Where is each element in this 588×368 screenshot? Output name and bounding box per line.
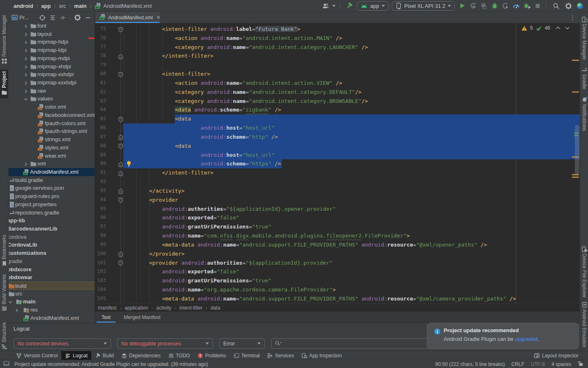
upgrade-link[interactable]: upgraded	[515, 336, 537, 342]
line-number[interactable]: 92	[95, 177, 106, 186]
encoding-widget[interactable]: UTF-8	[531, 361, 545, 367]
logcat-device-filter[interactable]: No connected devices	[14, 338, 111, 349]
line-number[interactable]: 95	[95, 205, 106, 214]
stripe-item-resource-manager[interactable]: Resource Manager	[0, 13, 8, 67]
tool-window-button-services[interactable]: Services	[264, 351, 298, 360]
inspections-widget[interactable]: 546	[521, 25, 570, 31]
xml-breadcrumb-data[interactable]: data	[211, 305, 220, 311]
fold-end-icon[interactable]	[118, 134, 123, 142]
profiler-button[interactable]	[511, 1, 521, 11]
stripe-item-notifications[interactable]: Notifications	[580, 94, 588, 133]
tree-item-customizations[interactable]: customizations	[9, 249, 95, 257]
line-number[interactable]: 76	[95, 34, 106, 43]
breadcrumb-item[interactable]: src	[59, 3, 66, 9]
line-number[interactable]: 94	[95, 196, 106, 205]
stripe-item-device-file-explorer[interactable]: Device File Explorer	[580, 243, 588, 299]
tree-item-fpauth-colors-xml[interactable]: <>fpauth-colors.xml	[9, 119, 95, 128]
tool-window-button-dependencies[interactable]: Dependencies	[118, 351, 164, 360]
tree-item-values[interactable]: values	[9, 95, 95, 103]
fold-start-icon[interactable]	[118, 143, 123, 151]
line-number[interactable]: 103	[95, 276, 106, 285]
tab-close-icon[interactable]: ✕	[156, 15, 161, 20]
breadcrumb-item[interactable]: app	[41, 3, 51, 9]
tab-androidmanifest[interactable]: MF AndroidManifest.xml ✕	[95, 12, 160, 23]
stripe-item-android-emulator[interactable]: Android Emulator	[580, 299, 588, 349]
tree-item-color-xml[interactable]: <>color.xml	[9, 103, 95, 111]
xml-breadcrumb-intent-filter[interactable]: intent-filter	[179, 305, 202, 311]
caret-position-widget[interactable]: 90:50 (222 chars, 5 line breaks)	[435, 361, 505, 367]
tree-item-obdxcore[interactable]: obdxcore	[9, 266, 95, 274]
notification-balloon[interactable]: Project update recommended Android Gradl…	[427, 323, 579, 349]
breadcrumb-item[interactable]: android	[14, 3, 33, 9]
tree-item-wear-xml[interactable]: <>wear.xml	[9, 152, 95, 160]
line-number[interactable]: 90	[95, 159, 106, 168]
tree-item-build-gradle[interactable]: build.gradle	[9, 176, 95, 184]
tree-item-obdxwear[interactable]: obdxwear	[9, 273, 95, 282]
error-stripe-warning-mark[interactable]	[572, 91, 579, 93]
line-number[interactable]: 102	[95, 267, 106, 276]
apply-code-changes-button[interactable]	[479, 1, 489, 11]
line-number[interactable]: 104	[95, 285, 106, 294]
breadcrumb-item[interactable]: AndroidManifest.xml	[103, 3, 152, 9]
stripe-item-project[interactable]: Project	[0, 70, 8, 98]
fold-start-icon[interactable]	[118, 116, 123, 124]
tree-item-layout[interactable]: layout	[9, 30, 95, 38]
debug-button[interactable]	[489, 1, 500, 11]
expand-all-button[interactable]	[49, 14, 56, 21]
tool-window-button-todo[interactable]: TODO	[164, 351, 194, 360]
chevron-right-icon[interactable]	[23, 88, 29, 93]
tree-item-font[interactable]: font	[9, 23, 95, 30]
stripe-item-device-manager[interactable]: Device Manager	[580, 14, 588, 61]
fold-end-icon[interactable]	[118, 188, 123, 196]
chevron-down-icon[interactable]	[9, 299, 13, 304]
stripe-item-gradle[interactable]: Gradle	[580, 64, 588, 91]
target-device-select[interactable]: Pixel XL API 31 2	[392, 1, 455, 11]
error-stripe-warning-mark[interactable]	[572, 177, 579, 178]
line-number[interactable]: 88	[95, 142, 106, 151]
line-number[interactable]: 84	[95, 105, 106, 114]
tree-item-proguard-rules-pro[interactable]: proguard-rules.pro	[9, 192, 95, 200]
chevron-right-icon[interactable]	[23, 47, 29, 53]
fold-end-icon[interactable]	[118, 170, 123, 178]
chevron-right-icon[interactable]	[23, 64, 29, 69]
tool-window-toggle-icon[interactable]	[3, 361, 9, 368]
chevron-down-icon[interactable]	[23, 96, 29, 101]
line-number[interactable]: 83	[95, 97, 106, 106]
user-profile-button[interactable]	[320, 1, 337, 11]
chevron-right-icon[interactable]	[23, 161, 29, 166]
line-number[interactable]: 89	[95, 151, 106, 160]
attach-debugger-button[interactable]	[521, 1, 532, 11]
line-number[interactable]: 96	[95, 213, 106, 222]
chevron-right-icon[interactable]	[23, 39, 29, 44]
settings-gear-button[interactable]	[74, 14, 81, 21]
line-number[interactable]: 100	[95, 249, 106, 259]
tree-item-res[interactable]: res	[9, 306, 95, 314]
tool-window-button-logcat[interactable]: Logcat	[61, 351, 91, 360]
line-number[interactable]: 105	[95, 294, 106, 303]
tree-item-src[interactable]: src	[9, 290, 95, 298]
tree-item-google-services-json[interactable]: {}google-services.json	[9, 184, 95, 192]
lock-icon[interactable]	[578, 361, 583, 368]
logcat-level-filter[interactable]: Error	[219, 338, 265, 349]
tree-item-mipmap-xxhdpi[interactable]: mipmap-xxhdpi	[9, 70, 95, 79]
line-number[interactable]: 81	[95, 79, 106, 88]
tree-item-mipmap-xxxhdpi[interactable]: mipmap-xxxhdpi	[9, 79, 95, 87]
tree-item-build[interactable]: build	[9, 282, 95, 290]
tree-item-xml[interactable]: xml	[9, 160, 95, 168]
profile-button[interactable]	[500, 1, 511, 11]
tree-item-project-properties[interactable]: project.properties	[9, 200, 95, 209]
tree-item-cordovalib[interactable]: CordovaLib	[9, 241, 95, 249]
tree-item-fpauth-strings-xml[interactable]: <>fpauth-strings.xml	[9, 127, 95, 135]
tree-item-main[interactable]: main	[9, 298, 95, 306]
line-number[interactable]: 101	[95, 259, 106, 268]
xml-breadcrumb-activity[interactable]: activity	[156, 305, 171, 311]
line-number[interactable]: 78	[95, 51, 106, 61]
fold-start-icon[interactable]	[118, 72, 123, 79]
line-number[interactable]: 93	[95, 186, 106, 196]
xml-breadcrumb-manifest[interactable]: manifest	[98, 305, 116, 311]
fold-start-icon[interactable]	[118, 197, 123, 205]
fold-end-icon[interactable]	[118, 161, 123, 169]
fold-end-icon[interactable]	[118, 54, 123, 61]
stripe-item-bookmarks[interactable]: Bookmarks	[0, 233, 8, 270]
previous-problem-chevron-icon[interactable]	[556, 25, 560, 31]
